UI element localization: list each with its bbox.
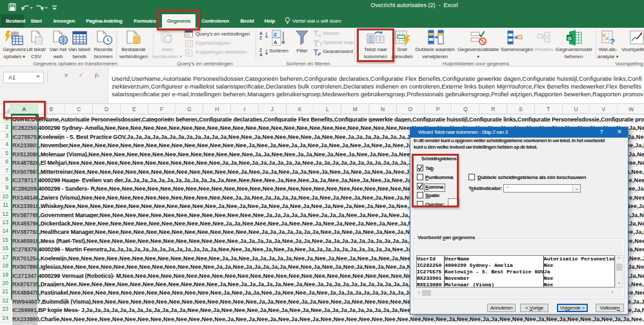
svg-text:G: G bbox=[568, 36, 572, 41]
svg-text:?: ? bbox=[610, 37, 615, 46]
svg-text:Z: Z bbox=[274, 32, 277, 37]
svg-text:Z: Z bbox=[259, 48, 262, 52]
svg-text:Z: Z bbox=[259, 36, 262, 39]
svg-text:A: A bbox=[259, 52, 263, 56]
svg-text:A: A bbox=[259, 31, 263, 36]
svg-text:A: A bbox=[274, 39, 277, 45]
